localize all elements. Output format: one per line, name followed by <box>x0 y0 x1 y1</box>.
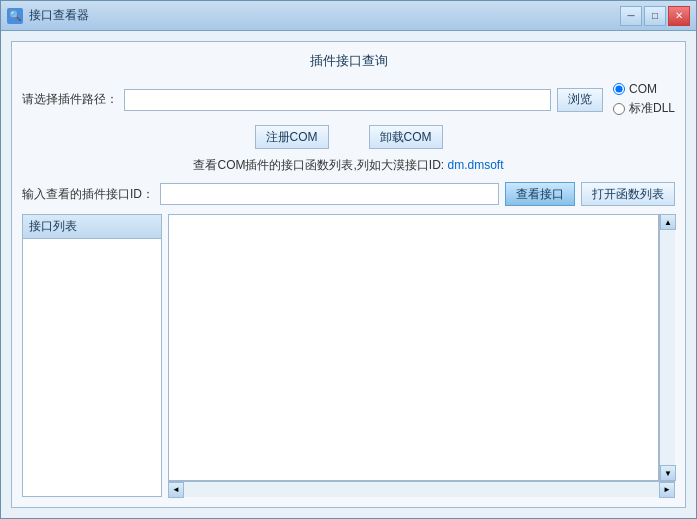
interface-list-panel: 接口列表 <box>22 214 162 497</box>
info-row: 查看COM插件的接口函数列表,列如大漠接口ID: dm.dmsoft <box>22 157 675 174</box>
minimize-button[interactable]: ─ <box>620 6 642 26</box>
scroll-down-button[interactable]: ▼ <box>660 465 676 481</box>
vertical-scrollbar[interactable]: ▲ ▼ <box>659 214 675 481</box>
panel-title: 插件接口查询 <box>22 52 675 70</box>
radio-group: COM 标准DLL <box>613 82 675 117</box>
radio-com[interactable] <box>613 83 625 95</box>
info-text-main: 查看COM插件的接口函数列表,列如大漠接口ID: <box>193 158 447 172</box>
register-row: 注册COM 卸载COM <box>22 125 675 149</box>
content-inner: ▲ ▼ <box>168 214 675 481</box>
close-button[interactable]: ✕ <box>668 6 690 26</box>
horizontal-scrollbar[interactable]: ◄ ► <box>168 481 675 497</box>
interface-id-input[interactable] <box>160 183 499 205</box>
scroll-right-button[interactable]: ► <box>659 482 675 498</box>
path-input[interactable] <box>124 89 551 111</box>
radio-com-label: COM <box>629 82 657 96</box>
window-content: 插件接口查询 请选择插件路径： 浏览 COM 标准DLL <box>1 31 696 518</box>
register-button[interactable]: 注册COM <box>255 125 329 149</box>
info-link[interactable]: dm.dmsoft <box>447 158 503 172</box>
view-button[interactable]: 查看接口 <box>505 182 575 206</box>
path-row: 请选择插件路径： 浏览 COM 标准DLL <box>22 82 675 117</box>
window-controls: ─ □ ✕ <box>620 6 690 26</box>
scroll-left-button[interactable]: ◄ <box>168 482 184 498</box>
window-icon: 🔍 <box>7 8 23 24</box>
browse-button[interactable]: 浏览 <box>557 88 603 112</box>
restore-button[interactable]: □ <box>644 6 666 26</box>
main-window: 🔍 接口查看器 ─ □ ✕ 插件接口查询 请选择插件路径： 浏览 COM <box>0 0 697 519</box>
path-label: 请选择插件路径： <box>22 91 118 108</box>
list-header: 接口列表 <box>23 215 161 239</box>
radio-com-item[interactable]: COM <box>613 82 675 96</box>
main-content-area: 接口列表 ▲ ▼ ◄ <box>22 214 675 497</box>
scroll-track-horizontal <box>184 482 659 497</box>
scroll-track-vertical <box>660 230 675 465</box>
content-area-wrapper: ▲ ▼ ◄ ► <box>168 214 675 497</box>
radio-dll-item[interactable]: 标准DLL <box>613 100 675 117</box>
list-body[interactable] <box>23 239 161 496</box>
info-text: 查看COM插件的接口函数列表,列如大漠接口ID: dm.dmsoft <box>193 157 503 174</box>
interface-id-row: 输入查看的插件接口ID： 查看接口 打开函数列表 <box>22 182 675 206</box>
content-panel[interactable] <box>168 214 659 481</box>
unregister-button[interactable]: 卸载COM <box>369 125 443 149</box>
radio-dll-label: 标准DLL <box>629 100 675 117</box>
interface-id-label: 输入查看的插件接口ID： <box>22 186 154 203</box>
title-bar: 🔍 接口查看器 ─ □ ✕ <box>1 1 696 31</box>
scroll-up-button[interactable]: ▲ <box>660 214 676 230</box>
main-panel: 插件接口查询 请选择插件路径： 浏览 COM 标准DLL <box>11 41 686 508</box>
radio-dll[interactable] <box>613 103 625 115</box>
open-list-button[interactable]: 打开函数列表 <box>581 182 675 206</box>
window-title: 接口查看器 <box>29 7 620 24</box>
